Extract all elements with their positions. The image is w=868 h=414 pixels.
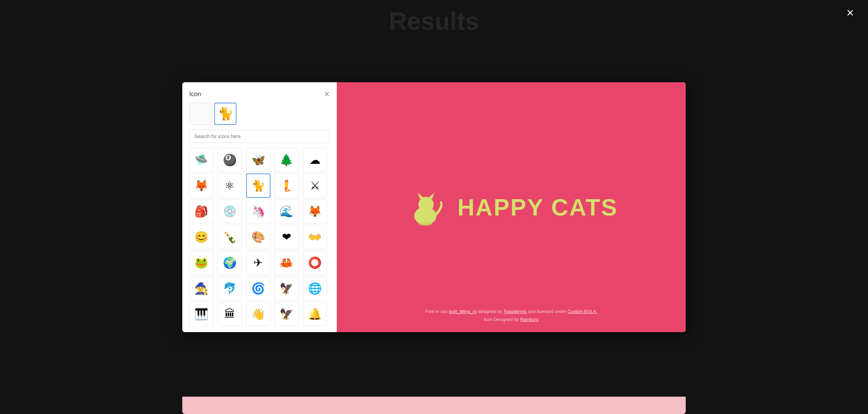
spiral-icon[interactable]: ⭕ <box>303 251 327 275</box>
unicorn-icon[interactable]: 🦄 <box>246 199 270 223</box>
wolf-icon[interactable]: 🦊 <box>303 199 327 223</box>
ufo-icon[interactable]: 🛸 <box>189 148 214 172</box>
icon-preview-row: 🐈 <box>189 103 330 125</box>
bird2-icon[interactable]: 🦅 <box>274 302 299 326</box>
cloud-icon[interactable]: ☁ <box>303 148 327 172</box>
bell-icon[interactable]: 🔔 <box>303 302 327 326</box>
license-link[interactable]: Custom EULA. <box>567 309 597 314</box>
icon-preview-empty <box>189 103 211 125</box>
icon-panel: Icon ✕ 🐈 🛸🎱🦋🌲☁🦊⚛🐈🧜⚔🎒💿🦄🌊🦊😊🍾🎨❤👐🐸🌍✈🦀⭕🧙🐬🌀🦅🌐🎹… <box>182 82 337 332</box>
piano-icon[interactable]: 🎹 <box>189 302 214 326</box>
bottle-icon[interactable]: 🍾 <box>218 225 242 249</box>
globe-icon[interactable]: 🌍 <box>218 251 242 275</box>
smiley-icon[interactable]: 😊 <box>189 225 214 249</box>
bottom-strip <box>182 397 686 414</box>
icon-search-input[interactable] <box>189 130 330 143</box>
svg-point-1 <box>418 197 434 212</box>
trees-icon[interactable]: 🌲 <box>274 148 299 172</box>
mermaid-icon[interactable]: 🧜 <box>274 174 299 198</box>
modal-container: Icon ✕ 🐈 🛸🎱🦋🌲☁🦊⚛🐈🧜⚔🎒💿🦄🌊🦊😊🍾🎨❤👐🐸🌍✈🦀⭕🧙🐬🌀🦅🌐🎹… <box>182 82 686 332</box>
icon-preview-selected[interactable]: 🐈 <box>214 103 236 125</box>
preview-footer-line1: Font in use built_titling_rg designed by… <box>337 307 686 315</box>
icon-grid: 🛸🎱🦋🌲☁🦊⚛🐈🧜⚔🎒💿🦄🌊🦊😊🍾🎨❤👐🐸🌍✈🦀⭕🧙🐬🌀🦅🌐🎹🏛👋🦅🔔 <box>189 148 330 326</box>
svg-marker-2 <box>418 193 424 199</box>
cat-logo-icon <box>404 186 446 228</box>
plane-icon[interactable]: ✈ <box>246 251 270 275</box>
preview-panel: HAPPY CATS Font in use built_titling_rg … <box>337 82 686 332</box>
wave-icon[interactable]: 🌊 <box>274 199 299 223</box>
svg-point-4 <box>418 222 432 226</box>
fox-icon[interactable]: 🦊 <box>189 174 214 198</box>
icon-designer-link[interactable]: Ramburu <box>520 317 539 322</box>
preview-footer: Font in use built_titling_rg designed by… <box>337 307 686 324</box>
icon-panel-header: Icon ✕ <box>189 91 330 98</box>
svg-marker-3 <box>428 193 434 199</box>
backpack-icon[interactable]: 🎒 <box>189 199 214 223</box>
eagle-icon[interactable]: 🦅 <box>274 276 299 301</box>
crab-icon[interactable]: 🦀 <box>274 251 299 275</box>
heart-icon[interactable]: ❤ <box>274 225 299 249</box>
frog-icon[interactable]: 🐸 <box>189 251 214 275</box>
selected-icon-display: 🐈 <box>218 107 233 121</box>
hand-wave-icon[interactable]: 👋 <box>246 302 270 326</box>
close-modal-button[interactable]: ✕ <box>846 8 854 18</box>
galaxy-icon[interactable]: 🌀 <box>246 276 270 301</box>
dolphin-icon[interactable]: 🐬 <box>218 276 242 301</box>
cat-icon[interactable]: 🐈 <box>246 174 270 198</box>
temple-icon[interactable]: 🏛 <box>218 302 242 326</box>
hands-icon[interactable]: 👐 <box>303 225 327 249</box>
icon-panel-close-button[interactable]: ✕ <box>324 91 330 98</box>
atom-icon[interactable]: ⚛ <box>218 174 242 198</box>
grid-globe-icon[interactable]: 🌐 <box>303 276 327 301</box>
font-link[interactable]: built_titling_rg <box>449 309 477 314</box>
designer-link[interactable]: Typodermic <box>503 309 527 314</box>
canvas-icon[interactable]: 🎨 <box>246 225 270 249</box>
wizard-icon[interactable]: 🧙 <box>189 276 214 301</box>
preview-footer-line2: Icon Designed by Ramburu <box>337 315 686 323</box>
vinyl-icon[interactable]: 💿 <box>218 199 242 223</box>
icon-panel-title: Icon <box>189 91 201 98</box>
preview-brand-title: HAPPY CATS <box>457 194 618 221</box>
butterfly-icon[interactable]: 🦋 <box>246 148 270 172</box>
preview-logo-area: HAPPY CATS <box>404 186 618 228</box>
helmet-icon[interactable]: ⚔ <box>303 174 327 198</box>
billiard-icon[interactable]: 🎱 <box>218 148 242 172</box>
